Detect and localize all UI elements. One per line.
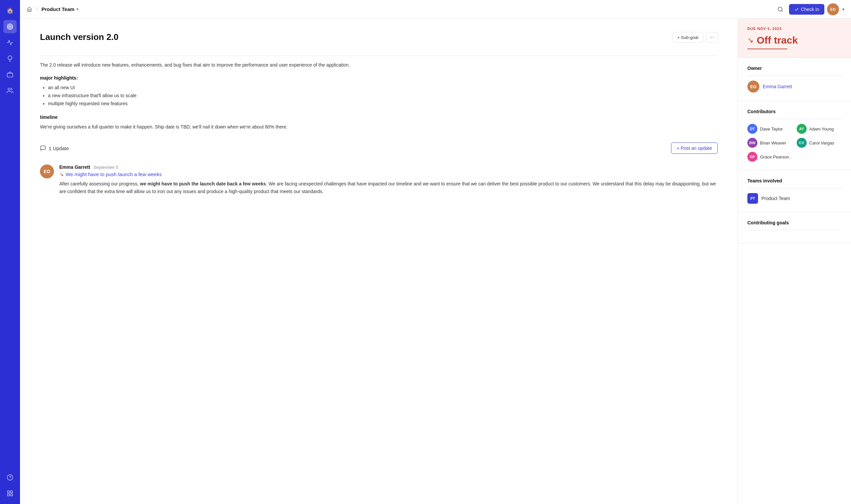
sidebar-activity-icon[interactable]: [3, 36, 17, 49]
update-author-avatar: EG: [40, 164, 54, 178]
topbar-title[interactable]: Product Team ▾: [41, 6, 78, 12]
contributing-goals-divider: [747, 230, 842, 230]
team-avatar: PT: [747, 193, 758, 204]
svg-line-12: [781, 10, 782, 11]
sidebar-home-icon[interactable]: 🏠: [3, 4, 17, 17]
contributor-item: AY Adam Young: [797, 124, 842, 134]
update-item: EG Emma Garrett September 5 ↘ We might h…: [40, 159, 718, 200]
owner-row: EG Emma Garrett: [747, 80, 842, 92]
contributor-item: CV Carol Vargas: [797, 138, 842, 148]
team-item: PT Product Team: [747, 193, 842, 204]
goal-header-actions: + Sub-goal ···: [672, 32, 718, 42]
updates-label: 1 Update: [40, 145, 69, 151]
content-area: Launch version 2.0 + Sub-goal ··· The 2.…: [20, 19, 851, 504]
sidebar-bag-icon[interactable]: [3, 68, 17, 81]
timeline-title: timeline: [40, 114, 718, 120]
due-label: DUE NOV 5, 2023: [747, 26, 842, 31]
svg-rect-3: [7, 73, 13, 77]
status-text: Off track: [757, 35, 798, 46]
sidebar: 🏠: [0, 0, 20, 504]
updates-count: 1 Update: [49, 145, 69, 151]
contributor-name: Adam Young: [809, 126, 834, 131]
list-item: multiple highly requested new features: [48, 100, 718, 108]
contributor-avatar: GP: [747, 152, 758, 162]
sidebar-target-icon[interactable]: [3, 20, 17, 33]
topbar: / Product Team ▾ Check in EG ▾: [20, 0, 851, 19]
checkin-label: Check in: [801, 7, 819, 12]
post-update-button[interactable]: + Post an update: [671, 143, 718, 154]
teams-section: Teams involved PT Product Team: [738, 170, 851, 212]
update-author-name: Emma Garrett: [59, 164, 90, 170]
search-button[interactable]: [775, 3, 786, 15]
sidebar-people-icon[interactable]: [3, 84, 17, 97]
updates-header: 1 Update + Post an update: [40, 137, 718, 159]
contributor-name: Brian Weaver: [760, 141, 786, 145]
breadcrumb-divider: /: [36, 6, 37, 12]
topbar-title-text: Product Team: [41, 6, 74, 12]
owner-section: Owner EG Emma Garrett: [738, 58, 851, 101]
post-update-label: + Post an update: [677, 145, 712, 151]
goal-description: The 2.0 release will introduce new featu…: [40, 61, 718, 69]
status-underline: [747, 49, 787, 49]
svg-rect-8: [11, 491, 13, 493]
svg-rect-7: [8, 491, 10, 493]
sub-goal-button[interactable]: + Sub-goal: [672, 32, 703, 42]
goal-title: Launch version 2.0: [40, 32, 119, 42]
status-banner: DUE NOV 5, 2023 ↘ Off track: [738, 19, 851, 58]
status-row: ↘ Off track: [747, 35, 842, 46]
teams-title: Teams involved: [747, 178, 842, 183]
update-meta: Emma Garrett September 5: [59, 164, 718, 170]
contributor-avatar: DT: [747, 124, 758, 134]
user-avatar[interactable]: EG: [827, 3, 839, 15]
contributors-title: Contributors: [747, 109, 842, 114]
contributing-goals-section: Contributing goals: [738, 212, 851, 244]
owner-name[interactable]: Emma Garrett: [763, 84, 792, 89]
checkin-button[interactable]: Check in: [789, 4, 824, 15]
topbar-home[interactable]: [27, 7, 32, 12]
highlights-title: major highlights:: [40, 75, 718, 80]
update-date: September 5: [93, 165, 118, 170]
avatar-chevron-icon[interactable]: ▾: [843, 7, 844, 12]
more-label: ···: [710, 34, 714, 40]
contributor-name: Grace Pearson: [760, 155, 789, 160]
sidebar-reports-icon[interactable]: [3, 487, 17, 500]
header-divider: [40, 56, 718, 56]
update-content: Emma Garrett September 5 ↘ We might have…: [59, 164, 718, 195]
contributor-item: BW Brian Weaver: [747, 138, 793, 148]
contributor-avatar: BW: [747, 138, 758, 148]
owner-title: Owner: [747, 66, 842, 71]
off-track-status-icon: ↘: [747, 36, 753, 44]
update-body: After carefully assessing our progress, …: [59, 180, 718, 195]
sidebar-lightbulb-icon[interactable]: [3, 52, 17, 65]
contributors-divider: [747, 119, 842, 119]
svg-point-11: [778, 7, 782, 11]
update-headline-text: We might have to push launch a few weeks: [66, 172, 162, 177]
off-track-icon: ↘: [59, 171, 64, 177]
contributors-grid: DT Dave Taylor AY Adam Young BW Brian We…: [747, 124, 842, 162]
svg-point-4: [8, 88, 10, 91]
more-options-button[interactable]: ···: [706, 32, 718, 42]
list-item: an all new UI: [48, 84, 718, 92]
list-item: a new infrastructure that'll allow us to…: [48, 92, 718, 100]
goal-header: Launch version 2.0 + Sub-goal ···: [40, 32, 718, 50]
contributor-avatar: AY: [797, 124, 807, 134]
svg-rect-9: [8, 494, 10, 496]
svg-point-0: [7, 24, 13, 30]
teams-divider: [747, 188, 842, 188]
highlights-list: an all new UI a new infrastructure that'…: [40, 84, 718, 108]
main-container: / Product Team ▾ Check in EG ▾ Launch ve…: [20, 0, 851, 504]
sub-goal-label: + Sub-goal: [677, 35, 698, 40]
team-name: Product Team: [761, 196, 790, 201]
owner-avatar: EG: [747, 80, 759, 92]
contributing-goals-title: Contributing goals: [747, 220, 842, 226]
svg-point-1: [8, 25, 12, 28]
right-panel: DUE NOV 5, 2023 ↘ Off track Owner EG Emm…: [738, 19, 851, 504]
main-content: Launch version 2.0 + Sub-goal ··· The 2.…: [20, 19, 738, 504]
topbar-chevron-icon: ▾: [76, 7, 78, 12]
contributor-avatar: CV: [797, 138, 807, 148]
contributor-name: Dave Taylor: [760, 126, 783, 131]
timeline-text: We're giving ourselves a full quarter to…: [40, 123, 718, 130]
sidebar-help-icon[interactable]: [3, 471, 17, 484]
contributors-section: Contributors DT Dave Taylor AY Adam Youn…: [738, 101, 851, 170]
contributor-name: Carol Vargas: [809, 141, 834, 145]
